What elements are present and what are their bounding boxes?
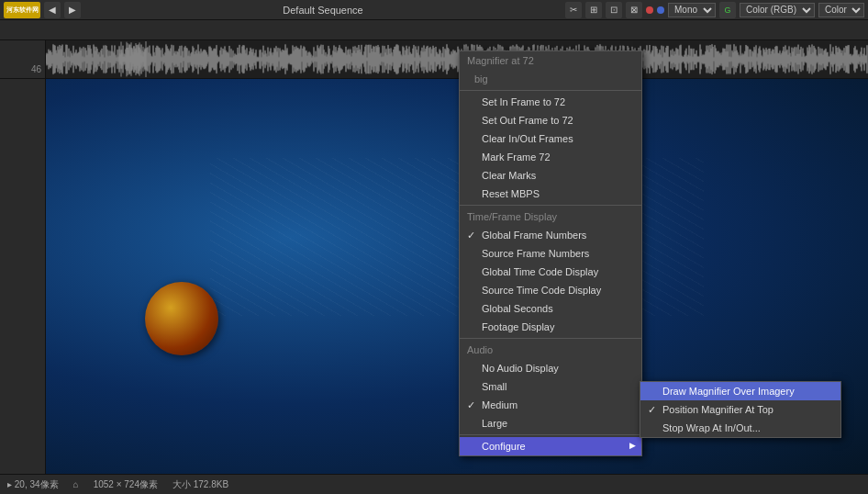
separator-3: [460, 338, 641, 339]
large-item[interactable]: Large: [460, 414, 641, 432]
configure-item[interactable]: Configure: [460, 437, 641, 455]
stop-wrap-item[interactable]: Stop Wrap At In/Out...: [640, 419, 840, 437]
source-frame-item[interactable]: Source Frame Numbers: [460, 244, 641, 263]
footage-item[interactable]: Footage Display: [460, 318, 641, 336]
context-menu-overlay: Magnifier at 72 big Set In Frame to 72 S…: [0, 0, 868, 494]
draw-magnifier-item[interactable]: Draw Magnifier Over Imagery: [640, 382, 840, 400]
source-tc-item[interactable]: Source Time Code Display: [460, 281, 641, 299]
submenu: Draw Magnifier Over Imagery Position Mag…: [640, 381, 841, 438]
set-out-item[interactable]: Set Out Frame to 72: [460, 111, 641, 129]
set-in-item[interactable]: Set In Frame to 72: [460, 93, 641, 111]
mark-frame-item[interactable]: Mark Frame 72: [460, 148, 641, 166]
clear-marks-item[interactable]: Clear Marks: [460, 166, 641, 185]
position-magnifier-item[interactable]: Position Magnifier At Top: [640, 400, 840, 419]
global-frame-item[interactable]: Global Frame Numbers: [460, 226, 641, 244]
no-audio-item[interactable]: No Audio Display: [460, 359, 641, 377]
magnifier-header: Magnifier at 72: [460, 51, 641, 70]
clear-inout-item[interactable]: Clear In/Out Frames: [460, 129, 641, 148]
medium-item[interactable]: Medium: [460, 396, 641, 414]
magnifier-sub: big: [460, 70, 641, 88]
audio-header: Audio: [460, 341, 641, 359]
context-menu: Magnifier at 72 big Set In Frame to 72 S…: [459, 51, 642, 456]
global-sec-item[interactable]: Global Seconds: [460, 299, 641, 318]
global-tc-item[interactable]: Global Time Code Display: [460, 263, 641, 281]
separator-2: [460, 205, 641, 206]
separator-4: [460, 434, 641, 435]
small-item[interactable]: Small: [460, 377, 641, 396]
reset-mbps-item[interactable]: Reset MBPS: [460, 185, 641, 203]
timeframe-header: Time/Frame Display: [460, 208, 641, 226]
separator-1: [460, 90, 641, 91]
